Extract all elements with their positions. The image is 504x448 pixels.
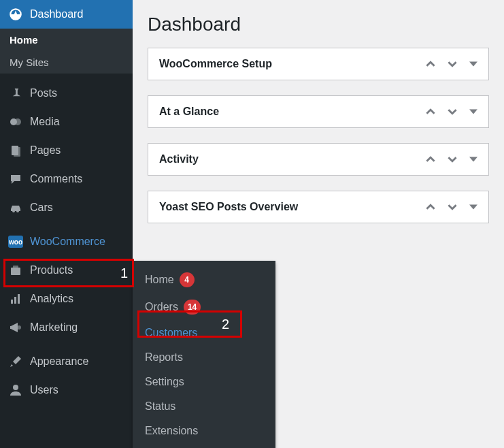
postbox-woocommerce-setup: WooCommerce Setup xyxy=(148,48,489,80)
sidebar-item-label: Dashboard xyxy=(30,8,83,20)
postbox-yoast-overview: Yoast SEO Posts Overview xyxy=(148,191,489,223)
woocommerce-icon: woo xyxy=(8,234,23,249)
analytics-icon xyxy=(8,291,23,306)
admin-sidebar: Dashboard Home My Sites Posts Media Page… xyxy=(0,0,133,448)
sidebar-item-appearance[interactable]: Appearance xyxy=(0,347,133,376)
submenu-item-extensions[interactable]: Extensions xyxy=(133,419,275,443)
sidebar-item-comments[interactable]: Comments xyxy=(0,165,133,193)
user-icon xyxy=(8,383,23,398)
car-icon xyxy=(8,200,23,215)
sidebar-item-label: Cars xyxy=(30,202,53,214)
move-up-icon[interactable] xyxy=(426,59,435,69)
dashboard-icon xyxy=(8,7,23,22)
postbox-controls xyxy=(426,107,477,116)
sidebar-item-label: Posts xyxy=(30,87,57,99)
toggle-icon[interactable] xyxy=(469,155,477,163)
submenu-label: Customers xyxy=(145,327,197,339)
comment-icon xyxy=(8,172,23,187)
pin-icon xyxy=(8,86,23,101)
sidebar-item-marketing[interactable]: Marketing xyxy=(0,313,133,342)
main-content: Dashboard WooCommerce Setup At a Glance … xyxy=(133,0,504,252)
submenu-item-home[interactable]: Home 4 xyxy=(133,266,275,293)
sidebar-item-dashboard[interactable]: Dashboard xyxy=(0,0,133,29)
svg-rect-6 xyxy=(11,300,13,304)
submenu-item-status[interactable]: Status xyxy=(133,394,275,419)
sidebar-item-products[interactable]: Products xyxy=(0,256,133,285)
submenu-item-orders[interactable]: Orders 14 xyxy=(133,293,275,321)
count-badge: 14 xyxy=(184,300,201,315)
toggle-icon[interactable] xyxy=(469,60,477,68)
media-icon xyxy=(8,114,23,129)
brush-icon xyxy=(8,354,23,369)
page-title: Dashboard xyxy=(148,14,489,35)
submenu-label: Home xyxy=(145,274,174,286)
postbox-controls xyxy=(426,59,477,69)
sidebar-item-pages[interactable]: Pages xyxy=(0,136,133,165)
sidebar-item-label: Pages xyxy=(30,144,61,157)
svg-point-1 xyxy=(14,118,21,125)
sidebar-item-label: Products xyxy=(30,264,73,276)
sidebar-item-label: Appearance xyxy=(30,355,88,368)
postbox-title: Yoast SEO Posts Overview xyxy=(159,201,298,213)
submenu-item-settings[interactable]: Settings xyxy=(133,370,275,394)
sidebar-item-analytics[interactable]: Analytics xyxy=(0,285,133,313)
postbox-controls xyxy=(426,155,477,164)
sidebar-sub-home[interactable]: Home xyxy=(0,29,133,51)
sidebar-item-users[interactable]: Users xyxy=(0,376,133,404)
submenu-label: Orders xyxy=(145,301,178,313)
pages-icon xyxy=(8,143,23,158)
move-down-icon[interactable] xyxy=(448,202,457,212)
postbox-title: Activity xyxy=(159,153,199,165)
postbox-title: At a Glance xyxy=(159,106,219,118)
svg-point-9 xyxy=(17,325,21,330)
svg-rect-8 xyxy=(18,294,20,304)
sidebar-item-label: Marketing xyxy=(30,321,78,334)
products-icon xyxy=(8,263,23,278)
svg-rect-7 xyxy=(14,297,16,304)
sidebar-item-label: Media xyxy=(30,116,60,128)
megaphone-icon xyxy=(8,320,23,335)
sidebar-item-label: WooCommerce xyxy=(30,236,105,248)
sidebar-item-label: Analytics xyxy=(30,293,73,305)
toggle-icon[interactable] xyxy=(469,108,477,116)
move-up-icon[interactable] xyxy=(426,107,435,116)
sidebar-item-media[interactable]: Media xyxy=(0,108,133,136)
move-down-icon[interactable] xyxy=(448,155,457,164)
move-up-icon[interactable] xyxy=(426,155,435,164)
svg-point-10 xyxy=(13,385,18,390)
postbox-at-a-glance: At a Glance xyxy=(148,95,489,128)
submenu-item-reports[interactable]: Reports xyxy=(133,345,275,370)
count-badge: 4 xyxy=(180,272,195,287)
sidebar-item-label: Comments xyxy=(30,173,82,185)
move-down-icon[interactable] xyxy=(448,107,457,116)
submenu-item-customers[interactable]: Customers xyxy=(133,321,275,345)
sidebar-item-label: Users xyxy=(30,384,58,396)
move-up-icon[interactable] xyxy=(426,202,435,212)
postbox-activity: Activity xyxy=(148,143,489,176)
svg-rect-3 xyxy=(14,147,20,157)
svg-rect-5 xyxy=(13,266,18,269)
sidebar-item-cars[interactable]: Cars xyxy=(0,193,133,222)
sidebar-sub-mysites[interactable]: My Sites xyxy=(0,51,133,74)
sidebar-item-posts[interactable]: Posts xyxy=(0,79,133,108)
woocommerce-submenu: Home 4 Orders 14 Customers Reports Setti… xyxy=(133,261,275,448)
move-down-icon[interactable] xyxy=(448,59,457,69)
postbox-title: WooCommerce Setup xyxy=(159,58,272,70)
postbox-controls xyxy=(426,202,477,212)
sidebar-item-woocommerce[interactable]: woo WooCommerce xyxy=(0,227,133,256)
toggle-icon[interactable] xyxy=(469,203,477,211)
